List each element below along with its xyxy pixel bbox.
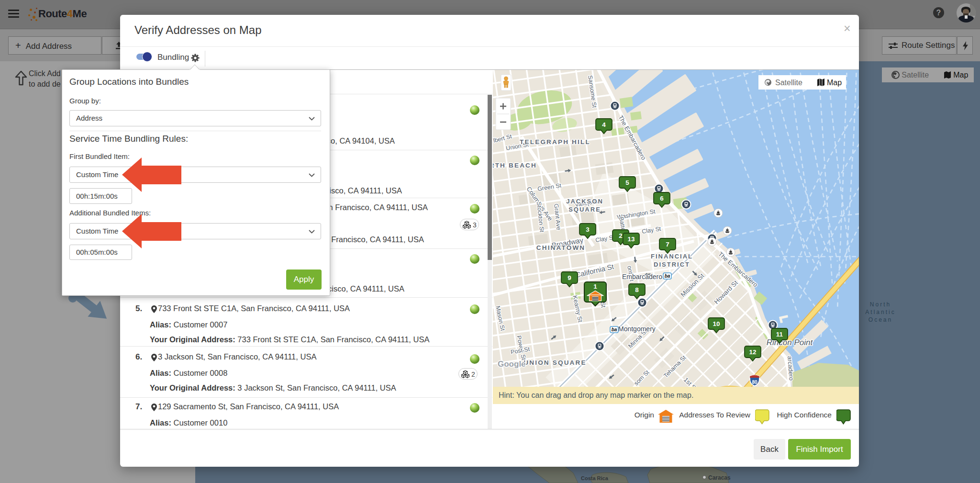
svg-text:DISTRICT: DISTRICT	[654, 261, 690, 268]
svg-text:CHINATOWN: CHINATOWN	[536, 244, 586, 251]
svg-text:Google: Google	[498, 359, 526, 369]
svg-text:5: 5	[625, 179, 629, 186]
svg-text:FINANCIAL: FINANCIAL	[651, 253, 693, 260]
svg-text:UNION SQUARE: UNION SQUARE	[523, 359, 586, 366]
svg-text:8: 8	[635, 286, 639, 293]
svg-text:6: 6	[660, 195, 664, 202]
svg-text:12: 12	[749, 348, 756, 356]
svg-text:1: 1	[593, 283, 597, 290]
svg-text:ba: ba	[612, 327, 617, 332]
svg-text:2: 2	[619, 232, 623, 239]
svg-text:JACKSON: JACKSON	[566, 198, 603, 205]
svg-text:10: 10	[713, 320, 720, 327]
svg-text:Costa Rica: Costa Rica	[581, 475, 609, 481]
svg-text:7: 7	[666, 241, 669, 248]
svg-text:Montgomery: Montgomery	[618, 325, 656, 333]
svg-text:Embarcadero: Embarcadero	[622, 273, 662, 281]
svg-text:ba: ba	[665, 273, 670, 279]
svg-text:TELEGRAPH HILL: TELEGRAPH HILL	[520, 138, 590, 146]
svg-text:3: 3	[586, 226, 590, 233]
svg-text:Satellite: Satellite	[775, 79, 802, 87]
svg-text:80: 80	[752, 380, 757, 385]
svg-text:9: 9	[568, 274, 571, 281]
svg-text:4: 4	[602, 121, 606, 128]
svg-text:Map: Map	[827, 79, 842, 87]
svg-text:13: 13	[627, 236, 635, 243]
svg-text:11: 11	[776, 331, 783, 338]
svg-text:Caracas: Caracas	[708, 474, 731, 481]
svg-text:NORTH BEACH: NORTH BEACH	[493, 162, 537, 169]
svg-text:SQUARE: SQUARE	[568, 206, 601, 213]
